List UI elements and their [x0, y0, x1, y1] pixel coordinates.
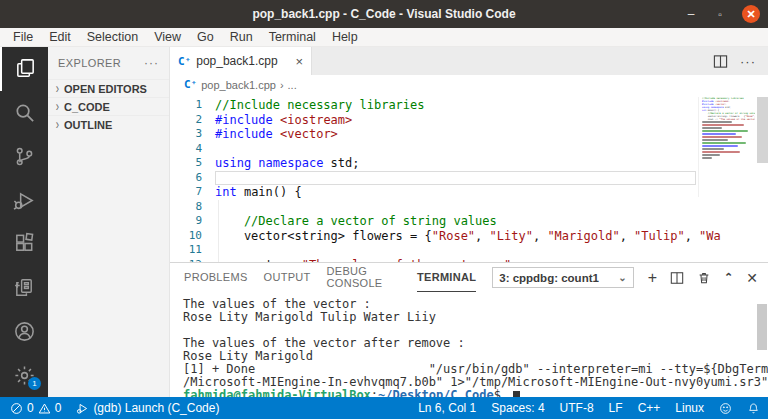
- code-text: //Include necessary libraries: [215, 98, 425, 113]
- code-line-3[interactable]: 3#include <vector>: [170, 127, 768, 142]
- line-number: 10: [170, 229, 202, 244]
- code-line-6[interactable]: 6: [170, 171, 768, 186]
- code-line-11[interactable]: 11: [170, 243, 768, 258]
- close-button[interactable]: ✕: [742, 5, 760, 23]
- code-editor[interactable]: //Include necessary libraries#include <i…: [170, 94, 768, 262]
- split-terminal-icon[interactable]: [670, 271, 684, 285]
- code-line-7[interactable]: 7int main() {: [170, 185, 768, 200]
- title-bar[interactable]: pop_back1.cpp - C_Code - Visual Studio C…: [0, 0, 768, 28]
- menu-selection[interactable]: Selection: [80, 30, 145, 44]
- chevron-right-icon: ›: [51, 117, 64, 132]
- panel-tab-debug-console[interactable]: DEBUG CONSOLE: [327, 263, 401, 292]
- prompt-user: fahmida@fahmida-VirtualBox: [183, 388, 371, 397]
- editor-tab-bar: C⁺ pop_back1.cpp × ···: [170, 47, 768, 75]
- error-count: 0: [27, 401, 34, 415]
- more-actions-icon[interactable]: ···: [740, 54, 756, 69]
- menu-run[interactable]: Run: [223, 30, 260, 44]
- extensions-icon[interactable]: [0, 222, 48, 266]
- menu-bar: FileEditSelectionViewGoRunTerminalHelp: [0, 28, 768, 47]
- sidebar-section-c-code[interactable]: ›C_CODE: [48, 97, 169, 115]
- activity-bar: 1: [0, 47, 48, 397]
- menu-file[interactable]: File: [6, 30, 40, 44]
- explorer-icon[interactable]: [0, 47, 48, 91]
- close-panel-icon[interactable]: ✕: [746, 270, 758, 286]
- feedback-icon[interactable]: [719, 402, 732, 415]
- notifications-bell-icon[interactable]: [747, 402, 760, 415]
- chevron-right-icon: ›: [51, 99, 64, 114]
- indent-guide: [218, 200, 219, 215]
- code-line-2[interactable]: 2#include <iostream>: [170, 113, 768, 128]
- debug-launch-status[interactable]: (gdb) Launch (C_Code): [76, 401, 219, 415]
- problems-status[interactable]: 0 0: [10, 401, 61, 415]
- status-lf[interactable]: LF: [609, 401, 623, 415]
- main-area: 1 EXPLORER ··· ›OPEN EDITORS›C_CODE›OUTL…: [0, 47, 768, 397]
- minimize-button[interactable]: –: [684, 7, 698, 21]
- status-ln-6-col-1[interactable]: Ln 6, Col 1: [418, 401, 476, 415]
- prompt-symbol: $: [494, 388, 508, 397]
- code-line-4[interactable]: 4: [170, 142, 768, 157]
- sidebar-section-open-editors[interactable]: ›OPEN EDITORS: [48, 79, 169, 97]
- account-icon[interactable]: [0, 310, 48, 354]
- code-text: using namespace std;: [215, 156, 360, 171]
- code-text: #include <vector>: [215, 127, 338, 142]
- breadcrumb-more[interactable]: ...: [288, 79, 297, 91]
- panel-tab-problems[interactable]: PROBLEMS: [184, 263, 248, 292]
- settings-gear-icon[interactable]: 1: [0, 353, 48, 397]
- terminal-selector-dropdown[interactable]: 3: cppdbg: count1 ⌄: [492, 267, 633, 288]
- code-text: //Declare a vector of string values: [215, 214, 497, 229]
- code-line-9[interactable]: 9 //Declare a vector of string values: [170, 214, 768, 229]
- code-text: cout << "The values of the vector : ": [215, 258, 511, 263]
- menu-help[interactable]: Help: [325, 30, 365, 44]
- kill-terminal-trash-icon[interactable]: [697, 271, 711, 285]
- menu-go[interactable]: Go: [190, 30, 221, 44]
- panel-tab-terminal[interactable]: TERMINAL: [417, 263, 476, 292]
- code-line-12[interactable]: 12 cout << "The values of the vector : ": [170, 258, 768, 263]
- new-terminal-icon[interactable]: +: [648, 270, 657, 286]
- remote-explorer-icon[interactable]: [0, 266, 48, 310]
- settings-badge: 1: [28, 377, 41, 390]
- editor-column: C⁺ pop_back1.cpp × ··· C⁺ pop_back1.cpp …: [170, 47, 768, 397]
- terminal-scrollbar[interactable]: [757, 304, 767, 350]
- line-number: 4: [170, 142, 202, 157]
- code-line-10[interactable]: 10 vector<string> flowers = {"Rose", "Li…: [170, 229, 768, 244]
- code-line-5[interactable]: 5using namespace std;: [170, 156, 768, 171]
- breadcrumb[interactable]: C⁺ pop_back1.cpp › ...: [170, 75, 768, 94]
- tab-pop-back1[interactable]: C⁺ pop_back1.cpp ×: [170, 47, 312, 75]
- terminal-prompt-line: fahmida@fahmida-VirtualBox:~/Desktop/C_C…: [183, 389, 768, 397]
- prompt-separator: :: [371, 388, 378, 397]
- section-label: OPEN EDITORS: [64, 83, 147, 95]
- panel-tab-output[interactable]: OUTPUT: [264, 263, 311, 292]
- search-icon[interactable]: [0, 91, 48, 135]
- explorer-sidebar: EXPLORER ··· ›OPEN EDITORS›C_CODE›OUTLIN…: [48, 47, 170, 397]
- maximize-button[interactable]: ▫: [713, 9, 727, 20]
- menu-edit[interactable]: Edit: [42, 30, 78, 44]
- status-c++[interactable]: C++: [638, 401, 661, 415]
- tab-close-icon[interactable]: ×: [295, 54, 303, 69]
- split-editor-icon[interactable]: [713, 54, 728, 69]
- sidebar-more-icon[interactable]: ···: [144, 56, 159, 70]
- status-utf-8[interactable]: UTF-8: [560, 401, 594, 415]
- run-debug-icon[interactable]: [0, 178, 48, 222]
- warning-count: 0: [55, 401, 62, 415]
- status-linux[interactable]: Linux: [675, 401, 704, 415]
- maximize-panel-icon[interactable]: ⌃: [724, 271, 733, 284]
- sidebar-section-outline[interactable]: ›OUTLINE: [48, 115, 169, 133]
- vscode-window: pop_back1.cpp - C_Code - Visual Studio C…: [0, 0, 768, 419]
- debug-launch-icon: [76, 402, 89, 415]
- code-line-8[interactable]: 8: [170, 200, 768, 215]
- panel-actions: + ⌃ ✕: [648, 270, 758, 286]
- terminal-output[interactable]: The values of the vector :Rose Lity Mari…: [170, 292, 768, 397]
- tab-label: pop_back1.cpp: [196, 54, 277, 68]
- menu-view[interactable]: View: [147, 30, 188, 44]
- sidebar-header: EXPLORER ···: [48, 47, 169, 79]
- menu-terminal[interactable]: Terminal: [262, 30, 323, 44]
- status-spaces-4[interactable]: Spaces: 4: [491, 401, 544, 415]
- window-controls: – ▫ ✕: [684, 0, 760, 28]
- breadcrumb-file[interactable]: pop_back1.cpp: [201, 79, 276, 91]
- line-number: 3: [170, 127, 202, 142]
- bottom-panel: PROBLEMSOUTPUTDEBUG CONSOLETERMINAL 3: c…: [170, 262, 768, 397]
- code-line-1[interactable]: 1//Include necessary libraries: [170, 98, 768, 113]
- source-control-icon[interactable]: [0, 135, 48, 179]
- status-right: Ln 6, Col 1Spaces: 4UTF-8LFC++Linux: [418, 401, 760, 415]
- status-left: 0 0 (gdb) Launch (C_Code): [10, 401, 219, 415]
